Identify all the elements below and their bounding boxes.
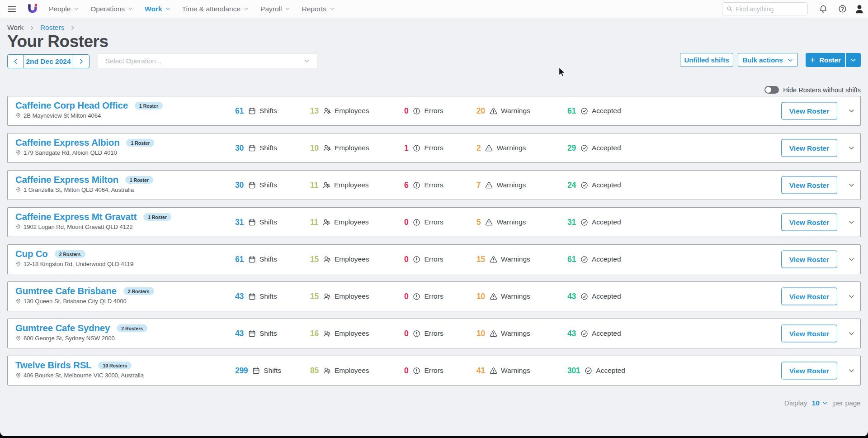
employees-icon (323, 144, 331, 152)
display-label: Display (784, 399, 807, 407)
roster-count-badge: 2 Rosters (55, 250, 85, 258)
hide-rosters-toggle-row: Hide Rosters without shifts (764, 86, 861, 94)
view-roster-button[interactable]: View Roster (781, 214, 837, 231)
roster-address: 179 Sandgate Rd, Albion QLD 4010 (15, 149, 154, 156)
stat-shifts: 43 Shifts (235, 292, 310, 301)
map-pin-icon (15, 113, 21, 119)
view-roster-button[interactable]: View Roster (781, 102, 837, 120)
warning-triangle-icon (485, 144, 493, 152)
view-roster-button[interactable]: View Roster (781, 176, 837, 194)
previous-date-button[interactable] (8, 55, 24, 68)
breadcrumb-work[interactable]: Work (7, 24, 24, 32)
breadcrumb-rosters[interactable]: Rosters (40, 24, 64, 32)
global-search[interactable] (722, 2, 808, 15)
user-avatar[interactable] (854, 4, 864, 14)
stat-warnings: 7 Warnings (476, 181, 567, 190)
nav-item-payroll[interactable]: Payroll (260, 5, 290, 13)
operation-select[interactable]: Select Operation... (98, 53, 318, 68)
roster-stats: 299 Shifts 85 Employees 0 Errors 41 (235, 356, 635, 385)
view-roster-button[interactable]: View Roster (781, 362, 837, 380)
roster-count-badge: 2 Rosters (123, 287, 154, 295)
bulk-actions-button[interactable]: Bulk actions (738, 53, 798, 67)
stat-errors: 6 Errors (404, 181, 476, 190)
hamburger-menu-icon[interactable] (8, 6, 16, 12)
nav-item-time-attendance[interactable]: Time & attendance (182, 5, 249, 13)
app-window: PeopleOperationsWorkTime & attendancePay… (0, 0, 868, 436)
accepted-check-icon (580, 144, 588, 152)
calendar-icon (248, 181, 256, 189)
roster-stats: 61 Shifts 13 Employees 0 Errors 20 (235, 96, 635, 125)
roster-name-link[interactable]: Caffeine Express Albion (15, 137, 119, 148)
chevron-down-icon (330, 6, 335, 11)
card-expand-chevron-icon[interactable] (848, 293, 855, 300)
roster-card: Gumtree Cafe Sydney 2 Rosters 600 George… (7, 319, 861, 348)
roster-address: 130 Queen St, Brisbane City QLD 4000 (15, 298, 154, 305)
accepted-check-icon (580, 219, 588, 226)
search-input[interactable] (736, 5, 803, 13)
card-expand-chevron-icon[interactable] (848, 330, 855, 337)
roster-count-badge: 1 Roster (135, 102, 163, 110)
roster-address: 1902 Logan Rd, Mount Gravatt QLD 4122 (15, 224, 171, 230)
hide-rosters-toggle[interactable] (764, 86, 779, 94)
roster-name-link[interactable]: Twelve Birds RSL (15, 360, 91, 371)
roster-card: Caffeine Express Mt Gravatt 1 Roster 190… (7, 207, 861, 237)
chevron-down-icon (165, 6, 170, 11)
card-expand-chevron-icon[interactable] (848, 219, 855, 226)
nav-item-operations[interactable]: Operations (90, 5, 133, 13)
warning-triangle-icon (485, 181, 493, 189)
brand-logo-icon[interactable] (27, 4, 38, 14)
stat-warnings: 15 Warnings (476, 255, 567, 264)
roster-name-link[interactable]: Caffeine Express Mt Gravatt (15, 211, 137, 222)
next-date-button[interactable] (73, 55, 89, 68)
stat-accepted: 61 Accepted (567, 106, 635, 116)
chevron-down-icon (244, 6, 249, 11)
stat-employees: 16 Employees (310, 329, 404, 338)
nav-item-reports[interactable]: Reports (302, 5, 335, 13)
view-roster-button[interactable]: View Roster (781, 325, 837, 343)
card-expand-chevron-icon[interactable] (848, 108, 855, 114)
roster-name-link[interactable]: Caffeine Express Milton (15, 174, 118, 185)
view-roster-button[interactable]: View Roster (781, 288, 837, 305)
roster-card: Caffeine Corp Head Office 1 Roster 2B Ma… (7, 96, 861, 126)
error-circle-icon (413, 219, 420, 226)
calendar-icon (252, 367, 260, 375)
date-label[interactable]: 2nd Dec 2024 (24, 55, 73, 68)
page-size-select[interactable]: 10 (812, 399, 828, 407)
nav-item-work[interactable]: Work (145, 5, 170, 13)
error-circle-icon (413, 330, 420, 338)
card-expand-chevron-icon[interactable] (848, 182, 855, 189)
stat-errors: 0 Errors (404, 366, 476, 376)
roster-name-link[interactable]: Cup Co (15, 248, 48, 259)
error-circle-icon (413, 293, 420, 300)
roster-name-link[interactable]: Caffeine Corp Head Office (15, 100, 128, 111)
date-navigator: 2nd Dec 2024 (7, 54, 90, 68)
add-roster-button[interactable]: Roster (806, 53, 845, 67)
unfilled-shifts-button[interactable]: Unfilled shifts (680, 53, 733, 67)
warning-triangle-icon (490, 367, 497, 375)
accepted-check-icon (580, 330, 588, 338)
chevron-down-icon (850, 57, 857, 63)
roster-name-link[interactable]: Gumtree Cafe Brisbane (15, 286, 117, 296)
warning-triangle-icon (490, 330, 497, 338)
card-expand-chevron-icon[interactable] (848, 145, 855, 152)
chevron-down-icon (285, 6, 290, 11)
stat-errors: 0 Errors (404, 106, 476, 116)
view-roster-button[interactable]: View Roster (781, 251, 837, 268)
card-expand-chevron-icon[interactable] (848, 367, 855, 374)
help-icon[interactable] (838, 5, 847, 13)
employees-icon (323, 293, 331, 300)
add-roster-label: Roster (819, 56, 841, 64)
nav-item-people[interactable]: People (49, 5, 79, 13)
roster-count-badge: 1 Roster (126, 139, 154, 147)
roster-card: Cup Co 2 Rosters 12-18 Kingston Rd, Unde… (7, 244, 861, 274)
card-expand-chevron-icon[interactable] (848, 256, 855, 263)
stat-employees: 85 Employees (310, 366, 404, 376)
map-pin-icon (15, 298, 21, 304)
add-roster-dropdown-button[interactable] (846, 53, 861, 67)
roster-name-link[interactable]: Gumtree Cafe Sydney (15, 323, 110, 333)
stat-shifts: 30 Shifts (235, 143, 310, 153)
notifications-bell-icon[interactable] (819, 5, 828, 14)
pagination: Display 10 per page (784, 399, 861, 407)
roster-address: 600 George St, Sydney NSW 2000 (15, 335, 147, 342)
view-roster-button[interactable]: View Roster (781, 139, 837, 157)
